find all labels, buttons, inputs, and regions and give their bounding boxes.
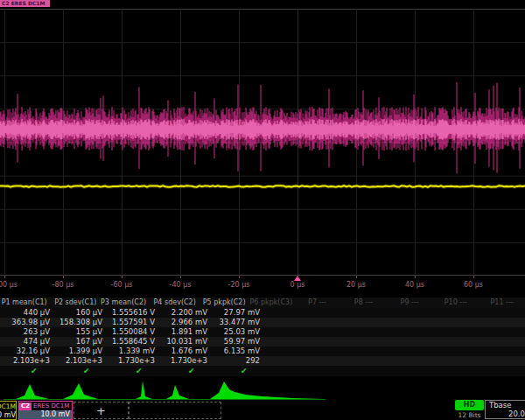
status-check-icon: ✔ (188, 366, 195, 376)
measure-param-header[interactable]: P4 sdev(C2) (149, 298, 199, 308)
measure-param-header[interactable]: P11 --- (479, 298, 525, 308)
measure-value-cell: 1.730e+3 (105, 356, 158, 366)
axis-tick-mark (298, 276, 298, 278)
measure-value-cell: 25.03 mV (210, 327, 262, 337)
measure-header-row: P1 mean(C1)P2 sdev(C1)P3 mean(C2)P4 sdev… (0, 298, 525, 308)
c2-channel-badge: C2 (19, 402, 32, 410)
x-axis-tick-label: -40 µs (159, 281, 201, 289)
measure-value-cell: 33.477 mV (210, 318, 262, 327)
measure-value-cell: 6.135 mV (210, 346, 262, 356)
measure-value-cell: 1.550084 V (105, 327, 158, 337)
histicon[interactable] (210, 382, 324, 399)
measure-value-cell: 1.730e+3 (158, 356, 210, 366)
measure-value-cell: 158.308 µV (52, 318, 105, 327)
histicon[interactable] (63, 383, 98, 399)
measure-value-cell: 155 µV (52, 327, 105, 337)
axis-tick-mark (473, 276, 474, 278)
measure-row: 363.98 µV158.308 µV1.557591 V2.966 mV33.… (0, 318, 525, 327)
c1-scale-value: 10.0 mV (0, 411, 16, 419)
measure-param-header[interactable]: P2 sdev(C1) (50, 298, 100, 308)
x-axis-tick-label: -100 µs (0, 281, 25, 289)
measure-value-cell: 167 µV (52, 337, 105, 346)
histicon[interactable] (136, 381, 152, 399)
status-check-icon: ✔ (241, 366, 248, 376)
trace-label-tag[interactable]: C2 ERES DC1M (0, 0, 50, 7)
measure-row: 263 µV155 µV1.550084 V1.891 mV25.03 mV (0, 327, 525, 337)
measure-row: 440 µV160 µV1.555616 V2.200 mV27.97 mV (0, 308, 525, 318)
c1-coupling-label: DC1M (0, 402, 16, 410)
measure-value-cell: 474 µV (0, 337, 52, 346)
measure-value-cell: 440 µV (0, 308, 52, 318)
axis-tick-mark (180, 276, 181, 278)
measure-value-cell: 59.97 mV (210, 337, 262, 346)
measure-value-cell: 2.103e+3 (0, 356, 52, 366)
axis-tick-mark (4, 276, 5, 278)
adc-bits-label: 12 Bits (450, 411, 489, 419)
x-axis-tick-label: -80 µs (42, 281, 84, 289)
measure-param-header[interactable]: P3 mean(C2) (99, 298, 149, 308)
timebase-descriptor[interactable]: Tbase 20.0 µs/div (485, 400, 525, 419)
measure-param-header[interactable]: P10 --- (433, 298, 480, 308)
waveform-grid (0, 9, 525, 276)
measure-value-cell: 292 (210, 356, 262, 366)
x-axis-tick-label: 0 µs (276, 281, 318, 289)
measure-value-cell: 363.98 µV (0, 318, 52, 327)
measure-value-cell: 2.966 mV (158, 318, 210, 327)
measure-value-cell: 2.103e+3 (52, 356, 105, 366)
measure-value-cell: 1.891 mV (158, 327, 210, 337)
measure-value-cell: 32.16 µV (0, 346, 52, 356)
histicon[interactable] (16, 384, 49, 399)
measure-value-cell: 1.676 mV (158, 346, 210, 356)
measure-param-header[interactable]: P9 --- (387, 298, 433, 308)
x-axis-tick-label: 20 µs (335, 281, 377, 289)
measure-param-header[interactable]: P8 --- (340, 298, 387, 308)
measure-value-cell: 1.555616 V (105, 308, 158, 318)
plus-icon: + (96, 405, 106, 416)
measure-param-header[interactable]: P7 --- (294, 298, 340, 308)
status-check-icon: ✔ (31, 366, 38, 376)
measure-value-cell: 1.339 mV (105, 346, 158, 356)
channel-c1-descriptor[interactable]: DC1M 10.0 mV (0, 401, 17, 420)
measure-value-cell: 160 µV (52, 308, 105, 318)
measure-value-cell: 10.031 mV (158, 337, 210, 346)
axis-tick-mark (122, 276, 122, 278)
c2-coupling-label: ERES DC1M (33, 402, 69, 410)
empty-trace-slot[interactable] (129, 402, 221, 419)
measure-table: P1 mean(C1)P2 sdev(C1)P3 mean(C2)P4 sdev… (0, 298, 525, 376)
x-axis-tick-label: -60 µs (101, 281, 143, 289)
axis-tick-mark (415, 276, 416, 278)
measure-param-header[interactable]: P5 pkpk(C2) (199, 298, 248, 308)
x-axis: -100 µs-80 µs-60 µs-40 µs-20 µs0 µs20 µs… (0, 276, 525, 295)
measure-row: 32.16 µV1.399 µV1.339 mV1.676 mV6.135 mV (0, 346, 525, 356)
status-check-icon: ✔ (83, 366, 90, 376)
measure-status-row: ✔✔✔✔✔ (0, 366, 525, 376)
measure-body: 440 µV160 µV1.555616 V2.200 mV27.97 mV36… (0, 308, 525, 366)
measure-param-header[interactable]: P1 mean(C1) (0, 298, 50, 308)
add-trace-button[interactable]: + (74, 402, 129, 419)
hd-mode-badge[interactable]: HD (455, 400, 484, 410)
measure-row: 2.103e+32.103e+31.730e+31.730e+3292 (0, 356, 525, 366)
measure-row: 474 µV167 µV1.558645 V10.031 mV59.97 mV (0, 337, 525, 346)
channel-c2-descriptor[interactable]: C2 ERES DC1M 10.0 mV (18, 401, 73, 420)
measure-value-cell: 1.399 µV (52, 346, 105, 356)
measure-value-cell: 1.558645 V (105, 337, 158, 346)
measure-value-cell: 1.557591 V (105, 318, 158, 327)
status-check-icon: ✔ (136, 366, 143, 376)
timebase-label: Tbase (486, 401, 525, 410)
axis-tick-mark (63, 276, 64, 278)
x-axis-tick-label: 60 µs (452, 281, 494, 289)
oscilloscope-screen: C2 ERES DC1M -100 µs-80 µs-60 µs-40 µs-2… (0, 0, 525, 420)
measure-value-cell: 263 µV (0, 327, 52, 337)
histicon-strip (0, 376, 525, 401)
c2-scale-value: 10.0 mV (19, 410, 72, 419)
x-axis-tick-label: 40 µs (394, 281, 436, 289)
x-axis-tick-label: -20 µs (218, 281, 260, 289)
axis-tick-mark (239, 276, 240, 278)
measure-param-header[interactable]: P6 pkpk(C3) (248, 298, 295, 308)
timebase-scale-value: 20.0 µs/div (486, 410, 525, 418)
measure-value-cell: 2.200 mV (158, 308, 210, 318)
axis-tick-mark (356, 276, 357, 278)
measure-value-cell: 27.97 mV (210, 308, 262, 318)
histicon[interactable] (166, 385, 189, 399)
